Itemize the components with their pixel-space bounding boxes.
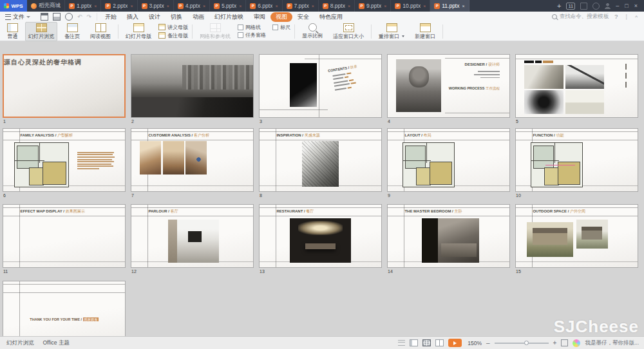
statusbar-sorter-view-icon[interactable] bbox=[422, 339, 431, 346]
tab-close-icon[interactable]: × bbox=[203, 4, 205, 8]
notes-page-button[interactable]: 备注页 bbox=[61, 22, 83, 41]
assistant-icon[interactable] bbox=[573, 339, 580, 347]
new-tab-button[interactable]: + bbox=[557, 3, 561, 10]
docs-icon[interactable] bbox=[580, 3, 587, 10]
tab-close-icon[interactable]: × bbox=[239, 4, 242, 8]
slide-thumbnail-14[interactable]: THE MASTER BEDROOM / 主卧 bbox=[387, 204, 510, 268]
slide-thumbnail-10[interactable]: FUNCTION / 功能 bbox=[515, 128, 638, 192]
zoom-out-button[interactable]: – bbox=[486, 340, 490, 346]
slide-thumbnail-2[interactable] bbox=[131, 54, 254, 118]
normal-view-button[interactable]: 普通 bbox=[4, 22, 21, 41]
slide-thumbnail-7[interactable]: CUSTOMER ANALYSIS / 客户分析 bbox=[131, 128, 254, 192]
document-tab[interactable]: 稻壳商城 bbox=[27, 0, 65, 12]
slide-thumbnail-4[interactable]: DESIGNER / 设计师WORKING PROCESS 工作流程 bbox=[387, 54, 510, 118]
slide-thumbnail-12[interactable]: PARLOUR / 客厅 bbox=[131, 204, 254, 268]
tab-close-icon[interactable]: × bbox=[348, 4, 350, 8]
grid-and-guides-button[interactable]: 网格和参考线 bbox=[196, 22, 234, 41]
zoom-slider-handle[interactable] bbox=[524, 341, 529, 345]
statusbar-normal-view-icon[interactable] bbox=[410, 339, 418, 346]
collapse-ribbon-icon[interactable]: ^ bbox=[635, 14, 638, 20]
statusbar-reading-view-icon[interactable] bbox=[435, 339, 444, 346]
gridlines-checkbox[interactable]: 网格线 bbox=[238, 24, 266, 31]
tab-close-icon[interactable]: × bbox=[94, 4, 97, 8]
undo-icon[interactable]: ↶ bbox=[77, 14, 82, 20]
slide-master-button[interactable]: 幻灯片母版 bbox=[122, 22, 155, 41]
menu-tab-幻灯片放映[interactable]: 幻灯片放映 bbox=[209, 12, 249, 22]
document-tab[interactable]: P10.pptx× bbox=[391, 0, 430, 12]
zoom-in-button[interactable]: + bbox=[553, 340, 557, 346]
menu-tab-视图[interactable]: 视图 bbox=[270, 12, 292, 22]
help-icon[interactable]: ? bbox=[614, 14, 618, 20]
save-icon[interactable] bbox=[41, 13, 48, 21]
zoom-slider[interactable] bbox=[495, 343, 549, 344]
slide-sorter-view-button[interactable]: 幻灯片浏览 bbox=[25, 22, 57, 41]
slide-thumbnail-8[interactable]: INSPIRATION / 灵感来源 bbox=[259, 128, 382, 192]
tab-close-icon[interactable]: × bbox=[312, 4, 314, 8]
document-tab[interactable]: P11.pptx× bbox=[430, 0, 469, 12]
tab-close-icon[interactable]: × bbox=[275, 4, 278, 8]
print-icon[interactable] bbox=[53, 13, 61, 21]
menu-tab-审阅[interactable]: 审阅 bbox=[249, 12, 270, 22]
slide-thumbnail-1[interactable]: 源自心灵深处的奢华格调 bbox=[3, 54, 126, 118]
tab-close-icon[interactable]: × bbox=[167, 4, 169, 8]
slide-thumbnail-13[interactable]: RESTAURANT / 餐厅 bbox=[259, 204, 382, 268]
more-icon[interactable]: ⋮ bbox=[623, 14, 629, 20]
menu-tab-安全[interactable]: 安全 bbox=[292, 12, 314, 22]
command-search[interactable]: 查找命令、搜索模板 bbox=[552, 13, 609, 21]
tab-close-icon[interactable]: × bbox=[130, 4, 133, 8]
slideshow-play-button[interactable] bbox=[448, 339, 462, 347]
document-tab[interactable]: P6.pptx× bbox=[246, 0, 282, 12]
tab-close-icon[interactable]: × bbox=[462, 4, 465, 8]
preview-icon[interactable] bbox=[65, 13, 73, 21]
fit-window-button[interactable]: 适应窗口大小 bbox=[330, 22, 367, 41]
slide-thumbnail-11[interactable]: EFFECT MAP DISPLAY / 效果图展示 bbox=[3, 204, 126, 268]
fullscreen-icon[interactable] bbox=[561, 339, 568, 346]
ruler-checkbox[interactable]: 标尺 bbox=[272, 24, 290, 31]
zoom-ratio-button[interactable]: 显示比例 bbox=[299, 22, 326, 41]
wps-menu-button[interactable]: WPS bbox=[0, 0, 27, 12]
reading-view-button[interactable]: 阅读视图 bbox=[87, 22, 114, 41]
document-tab[interactable]: P3.pptx× bbox=[138, 0, 174, 12]
theme-icon[interactable] bbox=[592, 3, 600, 10]
slide-thumbnail-3[interactable]: CONTENTS / 目录 bbox=[259, 54, 382, 118]
document-tab[interactable]: P8.pptx× bbox=[319, 0, 355, 12]
notes-icon[interactable] bbox=[398, 340, 405, 346]
new-window-button[interactable]: 新建窗口 bbox=[412, 22, 439, 41]
slide-thumbnail-15[interactable]: OUTDOOR SPACE / 户外空间 bbox=[515, 204, 638, 268]
tab-close-icon[interactable]: × bbox=[384, 4, 386, 8]
menu-tab-特色应用[interactable]: 特色应用 bbox=[314, 12, 348, 22]
user-icon[interactable] bbox=[605, 3, 611, 9]
slide-thumbnail-9[interactable]: LAYOUT / 布局 bbox=[387, 128, 510, 192]
notes-master-button[interactable]: 备注母版 bbox=[158, 32, 188, 39]
menu-tab-切换[interactable]: 切换 bbox=[166, 12, 187, 22]
document-tab[interactable]: P9.pptx× bbox=[355, 0, 391, 12]
tab-close-icon[interactable]: × bbox=[423, 4, 426, 8]
slide-sorter-canvas[interactable]: 源自心灵深处的奢华格调12CONTENTS / 目录3DESIGNER / 设计… bbox=[0, 41, 644, 337]
slide-frame-line bbox=[19, 281, 20, 337]
zoom-value[interactable]: 150% bbox=[466, 340, 482, 346]
arrange-windows-button[interactable]: 重排窗口 bbox=[375, 22, 408, 41]
slide-header: INSPIRATION / 灵感来源 bbox=[276, 133, 319, 138]
document-tab[interactable]: P5.pptx× bbox=[210, 0, 246, 12]
tab-label: 10.pptx bbox=[402, 3, 421, 9]
menu-tab-开始[interactable]: 开始 bbox=[100, 12, 122, 22]
menu-tab-插入[interactable]: 插入 bbox=[122, 12, 144, 22]
tab-count-badge[interactable]: 11 bbox=[566, 3, 575, 10]
document-tab[interactable]: P1.pptx× bbox=[65, 0, 101, 12]
menu-tab-设计[interactable]: 设计 bbox=[144, 12, 166, 22]
close-icon[interactable]: × bbox=[634, 3, 638, 9]
document-tab[interactable]: P2.pptx× bbox=[101, 0, 137, 12]
slide-number: 1 bbox=[3, 119, 6, 124]
minimize-icon[interactable]: – bbox=[616, 3, 619, 9]
restore-icon[interactable]: □ bbox=[625, 3, 628, 9]
document-tab[interactable]: P4.pptx× bbox=[174, 0, 210, 12]
task-pane-checkbox[interactable]: 任务窗格 bbox=[238, 32, 266, 39]
handout-master-button[interactable]: 讲义母版 bbox=[158, 24, 188, 31]
file-menu-button[interactable]: 文件 bbox=[0, 13, 35, 21]
slide-thumbnail-16[interactable]: THANK YOU FOR YOUR TIME / 感谢观看 bbox=[3, 281, 126, 337]
slide-thumbnail-5[interactable] bbox=[515, 54, 638, 118]
document-tab[interactable]: P7.pptx× bbox=[283, 0, 319, 12]
menu-tab-动画[interactable]: 动画 bbox=[187, 12, 209, 22]
redo-icon[interactable]: ↷ bbox=[87, 14, 92, 20]
slide-thumbnail-6[interactable]: FAMILY ANALYSIS / 户型解析 bbox=[3, 128, 126, 192]
